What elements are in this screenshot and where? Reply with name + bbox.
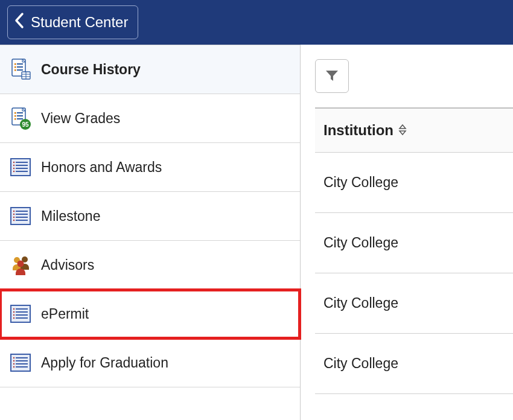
svg-rect-14 [14, 115, 16, 117]
cell-institution: City College [323, 295, 398, 311]
sidebar-item-milestone[interactable]: Milestone [0, 192, 300, 241]
svg-point-26 [13, 165, 14, 166]
svg-rect-29 [11, 208, 30, 224]
sort-icon [398, 124, 407, 138]
svg-point-56 [13, 360, 14, 361]
sidebar-item-advisors[interactable]: Advisors [0, 241, 300, 290]
svg-point-49 [13, 317, 14, 319]
content-area: Institution City College City College Ci… [301, 45, 513, 420]
svg-point-27 [13, 168, 14, 169]
list-lines-icon [8, 155, 33, 179]
svg-rect-16 [14, 118, 16, 120]
people-icon [8, 253, 33, 277]
svg-point-37 [13, 220, 14, 221]
sidebar-item-label: Advisors [41, 257, 94, 273]
sidebar-item-apply-graduation[interactable]: Apply for Graduation [0, 339, 300, 387]
svg-rect-5 [14, 69, 16, 71]
table-row[interactable]: City College [315, 213, 513, 273]
back-button[interactable]: Student Center [7, 5, 138, 39]
svg-rect-20 [11, 159, 30, 176]
document-list-icon [8, 57, 33, 81]
list-lines-icon [8, 302, 33, 326]
column-header-label: Institution [323, 122, 394, 139]
cell-institution: City College [323, 235, 398, 250]
svg-rect-1 [14, 63, 16, 65]
sidebar-item-label: Honors and Awards [41, 159, 162, 176]
table-row[interactable]: City College [315, 334, 513, 394]
svg-rect-50 [11, 354, 30, 371]
sidebar-item-label: View Grades [41, 110, 120, 127]
sidebar-item-course-history[interactable]: Course History [0, 45, 300, 94]
svg-point-58 [13, 366, 14, 368]
svg-rect-4 [17, 66, 23, 68]
column-header-institution[interactable]: Institution [315, 109, 513, 153]
svg-rect-13 [17, 112, 23, 113]
institution-table: Institution City College City College Ci… [315, 107, 513, 394]
sidebar-item-label: ePermit [41, 306, 89, 322]
chevron-left-icon [14, 12, 25, 33]
sidebar-item-label: Apply for Graduation [41, 355, 168, 371]
sidebar-item-label: Course History [41, 62, 141, 78]
table-row[interactable]: City College [315, 153, 513, 213]
svg-point-28 [13, 171, 14, 172]
svg-rect-15 [17, 115, 23, 116]
sidebar-item-label: Milestone [41, 208, 100, 224]
sidebar-item-view-grades[interactable]: 95 View Grades [0, 94, 300, 143]
grades-icon: 95 [8, 106, 33, 130]
back-label: Student Center [31, 14, 128, 31]
svg-text:95: 95 [22, 121, 29, 128]
table-row[interactable]: City College [315, 273, 513, 334]
cell-institution: City College [323, 355, 398, 371]
sidebar-item-epermit[interactable]: ePermit [0, 290, 300, 339]
svg-rect-41 [11, 305, 30, 322]
list-lines-icon [8, 204, 33, 228]
main-area: Course History 95 View Grades [0, 45, 513, 420]
svg-point-40 [18, 261, 24, 267]
svg-point-25 [13, 162, 14, 163]
svg-rect-2 [17, 63, 23, 65]
svg-point-36 [13, 217, 14, 218]
svg-rect-12 [14, 112, 16, 114]
svg-point-57 [13, 363, 14, 364]
svg-point-34 [13, 211, 14, 212]
svg-rect-17 [17, 118, 23, 119]
svg-point-46 [13, 308, 14, 310]
filter-icon [323, 67, 340, 86]
filter-button[interactable] [315, 59, 349, 93]
svg-rect-3 [14, 66, 16, 68]
cell-institution: City College [323, 174, 398, 190]
svg-point-47 [13, 311, 14, 313]
svg-point-35 [13, 214, 14, 215]
svg-point-55 [13, 357, 14, 358]
sidebar: Course History 95 View Grades [0, 45, 301, 420]
app-header: Student Center [0, 0, 513, 45]
list-lines-icon [8, 351, 33, 375]
svg-point-48 [13, 314, 14, 316]
svg-rect-6 [17, 69, 23, 71]
sidebar-item-honors-awards[interactable]: Honors and Awards [0, 143, 300, 192]
